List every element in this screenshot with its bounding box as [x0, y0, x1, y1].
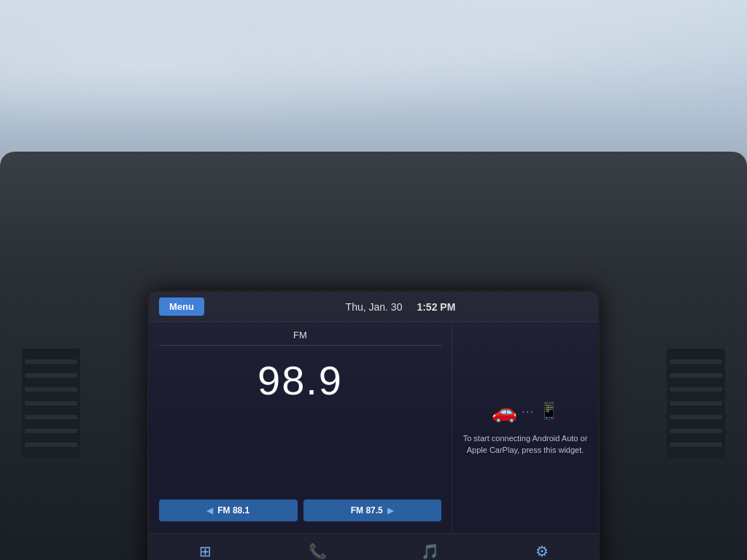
vent-slat: [670, 359, 722, 364]
phone-icon: 📱: [539, 402, 559, 421]
date-time-display: Thu, Jan. 30 1:52 PM: [213, 301, 588, 313]
vent-slat: [670, 401, 722, 405]
nav-item-setup[interactable]: ⚙ Setup: [486, 540, 598, 560]
screen-content: FM 98.9 ◀ FM 88.1 FM 87.5 ▶: [149, 322, 598, 533]
time-display: 1:52 PM: [417, 301, 455, 313]
vent-right: [667, 349, 725, 458]
preset-2-label: FM 87.5: [351, 505, 383, 516]
vent-slat: [670, 373, 722, 378]
media-icon: 🎵: [421, 542, 439, 560]
preset-button-1[interactable]: ◀ FM 88.1: [159, 499, 298, 521]
vent-slat: [670, 443, 722, 447]
band-label: FM: [159, 330, 441, 346]
screen-nav: ⊞ All Menus 📞 Phone 🎵 Media ⚙ Setup: [149, 533, 598, 560]
vent-slat: [670, 429, 722, 433]
vent-slat: [25, 429, 77, 433]
connection-dots: ···: [522, 405, 535, 417]
vent-slat: [25, 359, 77, 364]
infotainment-screen[interactable]: Menu Thu, Jan. 30 1:52 PM FM 98.9 ◀ F: [147, 290, 600, 560]
vent-left: [22, 349, 80, 458]
connect-panel[interactable]: 🚗 ··· 📱 To start connecting Android Auto…: [452, 322, 598, 533]
car-phone-icon-group: 🚗 ··· 📱: [492, 400, 559, 424]
windshield: [0, 0, 747, 160]
vent-slat: [670, 387, 722, 392]
preset-button-2[interactable]: FM 87.5 ▶: [303, 499, 442, 521]
nav-item-phone[interactable]: 📞 Phone: [261, 540, 374, 560]
vent-slat: [25, 401, 77, 405]
radio-frequency: 98.9: [159, 356, 441, 405]
screen-header: Menu Thu, Jan. 30 1:52 PM: [149, 292, 598, 322]
arrow-right-icon: ▶: [387, 505, 394, 516]
phone-nav-icon: 📞: [309, 542, 327, 560]
setup-icon: ⚙: [535, 542, 549, 560]
all-menus-icon: ⊞: [199, 542, 212, 560]
vent-slat: [25, 443, 77, 447]
vent-slat: [25, 373, 77, 378]
nav-item-media[interactable]: 🎵 Media: [374, 540, 486, 560]
screen-display: Menu Thu, Jan. 30 1:52 PM FM 98.9 ◀ F: [149, 292, 598, 560]
car-icon: 🚗: [492, 400, 517, 424]
dashboard: Menu Thu, Jan. 30 1:52 PM FM 98.9 ◀ F: [0, 152, 747, 560]
nav-item-all-menus[interactable]: ⊞ All Menus: [149, 540, 261, 560]
arrow-left-icon: ◀: [206, 505, 213, 516]
connect-text: To start connecting Android Auto or Appl…: [462, 432, 588, 456]
vent-slat: [25, 387, 77, 392]
preset-buttons: ◀ FM 88.1 FM 87.5 ▶: [159, 499, 441, 521]
preset-1-label: FM 88.1: [217, 505, 249, 516]
menu-button[interactable]: Menu: [159, 298, 204, 316]
date-display: Thu, Jan. 30: [346, 301, 403, 313]
vent-slat: [670, 415, 722, 419]
vent-slat: [25, 415, 77, 419]
radio-panel[interactable]: FM 98.9 ◀ FM 88.1 FM 87.5 ▶: [149, 322, 452, 533]
